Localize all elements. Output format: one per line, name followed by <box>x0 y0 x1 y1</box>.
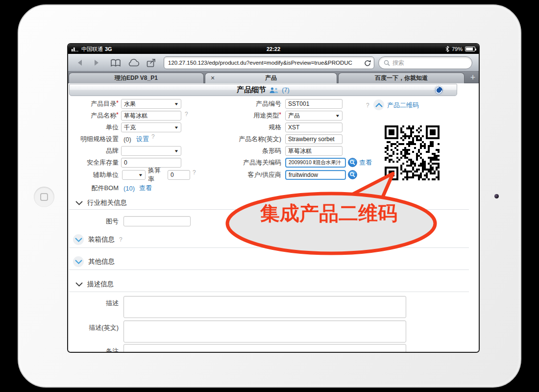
record-count-badge: (7) <box>282 87 289 94</box>
stage: 中国联通 3G 22:22 79% <box>0 0 539 392</box>
product-detail-page: 产品细节 (7) <box>68 83 480 353</box>
barcode-input[interactable] <box>285 146 343 156</box>
clock: 22:22 <box>68 46 479 52</box>
ipad-device: 中国联通 3G 22:22 79% <box>18 4 521 388</box>
sync-icon[interactable] <box>434 85 444 98</box>
chevron-down-icon <box>75 201 83 205</box>
reload-icon[interactable] <box>364 60 371 69</box>
dropdown-arrow-icon: ▼ <box>335 114 340 118</box>
divider <box>69 247 469 248</box>
status-bar: 中国联通 3G 22:22 79% <box>68 44 479 54</box>
share-icon[interactable] <box>146 54 158 72</box>
section-packing-title: 装箱信息 <box>88 235 115 244</box>
description-en-label: 描述(英文) <box>71 323 119 332</box>
tab-label: 产品 <box>265 74 277 82</box>
back-button[interactable] <box>75 54 85 72</box>
description-en-textarea[interactable] <box>123 320 406 343</box>
section-industry-title: 行业相关信息 <box>87 198 127 207</box>
tab-product[interactable]: × 产品 <box>205 73 337 83</box>
tab-label: 百度一下，你就知道 <box>375 74 428 82</box>
bookmarks-icon[interactable] <box>109 54 122 72</box>
home-button[interactable] <box>34 187 54 207</box>
callout-text: 集成产品二维码 <box>260 202 397 224</box>
field-row-drawing: 图号 <box>68 216 264 226</box>
usage-label: 用途类型* <box>218 111 281 120</box>
customs-input[interactable] <box>285 158 346 168</box>
tab-label: 理泊EDP V8_P1 <box>115 74 158 82</box>
name-en-input[interactable] <box>285 134 343 144</box>
customs-search-button[interactable] <box>348 158 357 169</box>
bom-count: (10) <box>123 185 135 192</box>
customs-view-link[interactable]: 查看 <box>359 158 372 167</box>
section-packing[interactable]: 装箱信息 ? <box>73 235 122 245</box>
search-placeholder: 搜索 <box>392 59 404 67</box>
new-tab-button[interactable]: + <box>466 73 480 83</box>
remark-label: 备注 <box>71 347 119 353</box>
collapse-up-icon[interactable] <box>373 99 384 110</box>
description-label: 描述 <box>71 299 119 308</box>
drawing-label: 图号 <box>71 217 119 226</box>
qr-code-link[interactable]: 产品二维码 <box>387 101 419 110</box>
bom-link[interactable]: 查看 <box>139 184 152 193</box>
battery-percent: 79% <box>452 46 463 52</box>
divider <box>69 292 469 292</box>
home-button-square <box>40 193 48 201</box>
chevron-down-icon <box>73 234 84 245</box>
usage-select[interactable]: 产品▼ <box>285 111 343 121</box>
code-help-icon[interactable]: ? <box>366 102 369 109</box>
section-description-title: 描述信息 <box>87 280 114 289</box>
customs-label: 产品海关编码 <box>218 158 281 167</box>
remark-textarea[interactable] <box>123 344 406 353</box>
spec-input[interactable] <box>285 122 343 132</box>
barcode-label: 条形码 <box>218 147 281 155</box>
spec-label: 规格 <box>218 123 281 132</box>
section-description[interactable]: 描述信息 <box>75 279 114 289</box>
url-text: 120.27.150.123/edp/product.du?event=modi… <box>168 60 352 66</box>
customer-label: 客户/供应商 <box>218 171 281 179</box>
divider <box>69 209 469 210</box>
icloud-tabs-icon[interactable] <box>126 54 141 72</box>
bluetooth-icon <box>445 46 449 52</box>
chevron-down-icon <box>73 256 84 267</box>
forward-button[interactable] <box>92 54 101 72</box>
search-icon <box>384 60 390 66</box>
tab-baidu[interactable]: 百度一下，你就知道 <box>338 73 465 83</box>
page-header: 产品细节 (7) <box>69 84 457 96</box>
users-icon <box>269 87 279 94</box>
browser-toolbar: 120.27.150.123/edp/product.du?event=modi… <box>68 54 479 72</box>
search-field[interactable]: 搜索 <box>378 56 472 69</box>
screen: 中国联通 3G 22:22 79% <box>67 43 480 353</box>
camera-dot <box>494 194 499 198</box>
qr-code-image <box>385 125 440 180</box>
packing-help-icon[interactable]: ? <box>119 236 122 243</box>
battery-icon <box>465 47 475 51</box>
customer-input[interactable] <box>285 170 346 180</box>
section-industry[interactable]: 行业相关信息 <box>75 198 127 208</box>
section-other[interactable]: 其他信息 <box>73 257 115 267</box>
tab-close-icon[interactable]: × <box>211 74 215 82</box>
tab-bar: 理泊EDP V8_P1 × 产品 百度一下，你就知道 + <box>68 72 479 83</box>
field-row-bom: 配件BOM (10) 查看 <box>68 183 215 193</box>
field-row-usage: 用途类型* 产品▼ <box>68 111 480 121</box>
divider <box>69 270 469 270</box>
section-other-title: 其他信息 <box>88 257 115 266</box>
drawing-input[interactable] <box>123 216 191 226</box>
chevron-down-icon <box>75 282 83 287</box>
description-textarea[interactable] <box>123 296 406 318</box>
bom-label: 配件BOM <box>71 184 119 193</box>
page-title: 产品细节 <box>237 85 266 95</box>
url-field[interactable]: 120.27.150.123/edp/product.du?event=modi… <box>164 56 374 69</box>
qr-link-row: ? 产品二维码 <box>68 100 480 110</box>
tab-edp[interactable]: 理泊EDP V8_P1 <box>69 73 204 83</box>
customer-search-button[interactable] <box>348 170 357 181</box>
name-en-label: 产品名称(英文) <box>218 135 281 144</box>
